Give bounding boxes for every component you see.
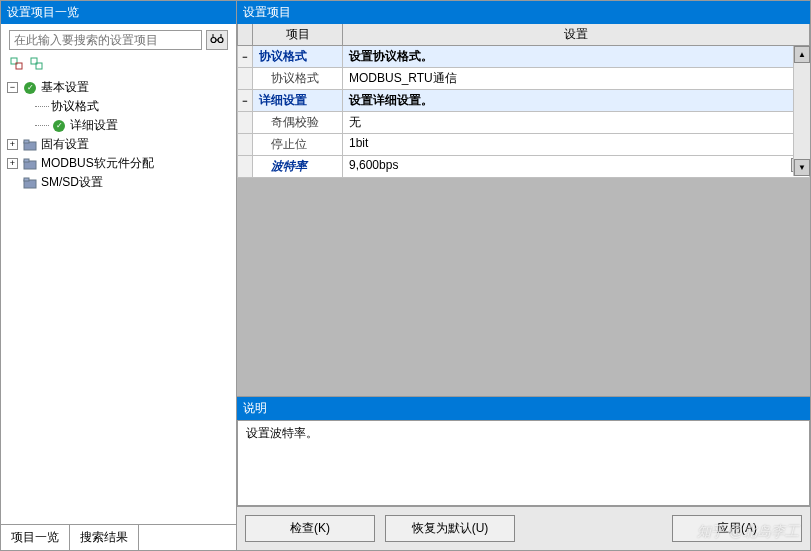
tree-label: SM/SD设置 <box>41 174 103 191</box>
grid-row[interactable]: 协议格式 MODBUS_RTU通信 <box>237 68 810 90</box>
tree-label: 固有设置 <box>41 136 89 153</box>
folder-icon <box>22 137 38 153</box>
grid-val[interactable]: 1bit <box>343 134 810 156</box>
grid-panel-title: 设置项目 <box>237 1 810 24</box>
tree-line-icon <box>35 106 49 107</box>
grid-header-item: 项目 <box>253 24 343 46</box>
section-toggle[interactable]: − <box>237 46 253 68</box>
grid-key: 停止位 <box>253 134 343 156</box>
left-tabs: 项目一览 搜索结果 <box>1 524 236 550</box>
check-icon: ✓ <box>22 80 38 96</box>
check-icon: ✓ <box>51 118 67 134</box>
grid-section-header[interactable]: − 详细设置 设置详细设置。 <box>237 90 810 112</box>
svg-point-0 <box>211 37 216 42</box>
tree-node-detail[interactable]: ✓ 详细设置 <box>35 116 230 135</box>
tree-node-modbus[interactable]: + MODBUS软元件分配 <box>7 154 230 173</box>
tree-node-smsd[interactable]: SM/SD设置 <box>7 173 230 192</box>
tree-label: 详细设置 <box>70 117 118 134</box>
grid-key: 波特率 <box>253 156 343 178</box>
grid-header: 项目 设置 <box>237 24 810 46</box>
tree-toolbar <box>1 54 236 74</box>
grid-val[interactable]: MODBUS_RTU通信 <box>343 68 810 90</box>
tab-item-list[interactable]: 项目一览 <box>1 525 70 550</box>
svg-rect-12 <box>24 159 29 162</box>
tree-toggle-icon[interactable]: − <box>7 82 18 93</box>
expand-all-icon[interactable] <box>29 56 45 72</box>
section-val: 设置协议格式。 <box>343 46 810 68</box>
description-title: 说明 <box>237 397 810 420</box>
tab-search-results[interactable]: 搜索结果 <box>70 525 139 550</box>
grid-header-value: 设置 <box>343 24 810 46</box>
settings-tree[interactable]: − ✓ 基本设置 协议格式 ✓ 详细设置 + 固有设置 + MODBUS <box>1 74 236 524</box>
search-row <box>1 24 236 54</box>
tree-toggle-icon[interactable]: + <box>7 158 18 169</box>
svg-rect-10 <box>24 140 29 143</box>
grid-key: 协议格式 <box>253 68 343 90</box>
left-panel: 设置项目一览 − ✓ 基本设置 协 <box>0 0 237 551</box>
section-key: 协议格式 <box>253 46 343 68</box>
scroll-down-button[interactable]: ▼ <box>794 159 810 176</box>
grid-section-header[interactable]: − 协议格式 设置协议格式。 <box>237 46 810 68</box>
apply-button[interactable]: 应用(A) <box>672 515 802 542</box>
tree-line-icon <box>35 125 49 126</box>
grid-row[interactable]: 奇偶校验 无 <box>237 112 810 134</box>
binoculars-icon <box>210 33 224 48</box>
grid-key: 奇偶校验 <box>253 112 343 134</box>
section-val: 设置详细设置。 <box>343 90 810 112</box>
scroll-track[interactable] <box>794 63 810 159</box>
grid-val[interactable]: 9,600bps ▼ <box>343 156 810 178</box>
tree-label: 基本设置 <box>41 79 89 96</box>
folder-icon <box>22 175 38 191</box>
grid-row[interactable]: 停止位 1bit <box>237 134 810 156</box>
folder-icon <box>22 156 38 172</box>
scroll-up-button[interactable]: ▲ <box>794 46 810 63</box>
grid-row-active[interactable]: 波特率 9,600bps ▼ <box>237 156 810 178</box>
section-toggle[interactable]: − <box>237 90 253 112</box>
left-panel-title: 设置项目一览 <box>1 1 236 24</box>
tree-node-fixed[interactable]: + 固有设置 <box>7 135 230 154</box>
vertical-scrollbar[interactable]: ▲ ▼ <box>793 46 810 176</box>
tree-toggle-icon[interactable]: + <box>7 139 18 150</box>
tree-node-basic[interactable]: − ✓ 基本设置 <box>7 78 230 97</box>
tree-label: MODBUS软元件分配 <box>41 155 154 172</box>
search-button[interactable] <box>206 30 228 50</box>
search-input[interactable] <box>9 30 202 50</box>
grid-body: − 协议格式 设置协议格式。 协议格式 MODBUS_RTU通信 − 详细设置 … <box>237 46 810 396</box>
grid-val-text: 9,600bps <box>349 158 398 172</box>
tree-label: 协议格式 <box>51 98 99 115</box>
section-key: 详细设置 <box>253 90 343 112</box>
check-button[interactable]: 检查(K) <box>245 515 375 542</box>
button-row: 检查(K) 恢复为默认(U) 应用(A) <box>237 506 810 550</box>
tree-node-protocol[interactable]: 协议格式 <box>35 97 230 116</box>
right-panel: 设置项目 项目 设置 − 协议格式 设置协议格式。 协议格式 MODBUS_RT… <box>237 0 811 551</box>
description-panel: 说明 设置波特率。 <box>237 396 810 506</box>
restore-default-button[interactable]: 恢复为默认(U) <box>385 515 515 542</box>
svg-point-1 <box>218 37 223 42</box>
description-body: 设置波特率。 <box>237 420 810 506</box>
grid-val[interactable]: 无 <box>343 112 810 134</box>
svg-rect-14 <box>24 178 29 181</box>
collapse-all-icon[interactable] <box>9 56 25 72</box>
